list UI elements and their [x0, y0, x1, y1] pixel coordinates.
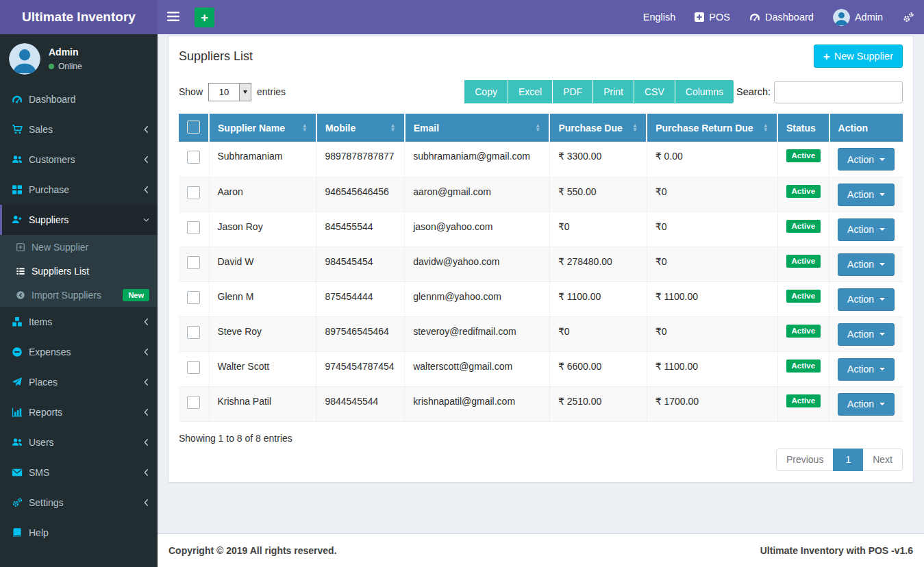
cubes-icon	[11, 316, 23, 327]
select-all-checkbox[interactable]	[187, 121, 200, 134]
export-button[interactable]: Excel	[508, 80, 553, 103]
export-button[interactable]: CSV	[634, 80, 675, 103]
new-supplier-button[interactable]: + New Supplier	[814, 45, 903, 68]
export-button[interactable]: Columns	[675, 80, 734, 103]
action-button-label: Action	[847, 189, 874, 200]
sidebar-item-customers[interactable]: Customers	[0, 144, 158, 175]
table-body: Subhramaniam 9897878787877 subhramaniam@…	[179, 142, 903, 421]
row-checkbox[interactable]	[187, 396, 200, 409]
row-checkbox[interactable]	[187, 186, 200, 199]
table-row: Subhramaniam 9897878787877 subhramaniam@…	[179, 142, 903, 177]
sidebar-item-label: Settings	[29, 497, 64, 508]
sidebar-toggle-button[interactable]	[158, 0, 189, 34]
column-header-purchase-due[interactable]: Purchase Due▲▼	[549, 114, 647, 142]
nav-pos[interactable]: POS	[685, 0, 740, 34]
status-cell: Active	[777, 281, 829, 316]
status-cell: Active	[777, 386, 829, 421]
action-dropdown-button[interactable]: Action	[838, 148, 895, 171]
copyright-text: Copyright © 2019 All rights reserved.	[168, 545, 337, 556]
quick-add-button[interactable]: +	[195, 8, 214, 27]
row-checkbox[interactable]	[187, 221, 200, 234]
row-checkbox[interactable]	[187, 361, 200, 374]
export-button[interactable]: Print	[593, 80, 634, 103]
search-input[interactable]	[774, 81, 903, 103]
sidebar-user-name: Admin	[49, 47, 82, 58]
sidebar-item-purchase[interactable]: Purchase	[0, 175, 158, 205]
chevron-left-icon	[143, 348, 149, 356]
purchase-due-cell: ₹ 550.00	[549, 177, 647, 212]
sidebar-user-status[interactable]: Online	[49, 62, 82, 71]
row-checkbox[interactable]	[187, 151, 200, 164]
sidebar-item-import-suppliers[interactable]: Import Suppliers New	[0, 283, 158, 307]
action-dropdown-button[interactable]: Action	[838, 323, 895, 346]
tachometer-icon	[11, 94, 23, 105]
sidebar-item-help[interactable]: Help	[0, 518, 158, 548]
email-cell: jason@yahoo.com	[405, 212, 550, 247]
action-cell: Action	[829, 351, 903, 386]
nav-language[interactable]: English	[634, 0, 686, 34]
purchase-return-due-cell: ₹ 0.00	[647, 142, 777, 177]
column-header-email[interactable]: Email▲▼	[405, 114, 550, 142]
row-checkbox[interactable]	[187, 256, 200, 269]
action-button-label: Action	[847, 294, 874, 305]
nav-user-menu[interactable]: Admin	[823, 0, 892, 34]
sidebar-item-items[interactable]: Items	[0, 307, 158, 337]
email-cell: krishnapatil@gmail.com	[405, 386, 550, 421]
avatar	[833, 9, 850, 26]
action-dropdown-button[interactable]: Action	[838, 253, 895, 276]
column-header-supplier-name[interactable]: Supplier Name▲▼	[209, 114, 316, 142]
sidebar-item-settings[interactable]: Settings	[0, 488, 158, 518]
app-logo[interactable]: Ultimate Inventory	[0, 0, 158, 34]
sidebar-item-label: Dashboard	[29, 94, 76, 105]
pagination-next[interactable]: Next	[862, 449, 903, 471]
action-button-label: Action	[847, 329, 874, 340]
action-dropdown-button[interactable]: Action	[838, 184, 895, 206]
page-size-select[interactable]: 10	[208, 83, 251, 101]
status-badge: Active	[786, 325, 821, 338]
sidebar-item-new-supplier[interactable]: New Supplier	[0, 235, 158, 259]
column-header-mobile[interactable]: Mobile▲▼	[316, 114, 405, 142]
sidebar-item-sales[interactable]: Sales	[0, 114, 158, 144]
purchase-return-due-cell: ₹0	[647, 316, 777, 351]
table-row: Jason Roy 845455544 jason@yahoo.com ₹0 ₹…	[179, 212, 903, 247]
column-label: Supplier Name	[218, 123, 285, 134]
sidebar-item-suppliers[interactable]: Suppliers	[0, 205, 158, 235]
sidebar-item-suppliers-list[interactable]: Suppliers List	[0, 259, 158, 283]
export-button[interactable]: Copy	[464, 80, 508, 103]
cogs-icon	[902, 12, 914, 23]
action-dropdown-button[interactable]: Action	[838, 393, 895, 416]
action-button-label: Action	[847, 154, 874, 165]
table-row: Glenn M 875454444 glennm@yahoo.com ₹ 110…	[179, 281, 903, 316]
email-cell: subhramaniam@gmail.com	[405, 142, 550, 177]
sidebar-item-places[interactable]: Places	[0, 367, 158, 397]
supplier-name-cell: Steve Roy	[209, 316, 316, 351]
caret-down-icon	[879, 368, 885, 370]
sidebar-item-expenses[interactable]: Expenses	[0, 337, 158, 367]
status-cell: Active	[777, 142, 829, 177]
action-button-label: Action	[847, 364, 874, 375]
row-checkbox[interactable]	[187, 326, 200, 339]
envelope-icon	[11, 467, 23, 478]
nav-dashboard[interactable]: Dashboard	[740, 0, 823, 34]
chevron-left-icon	[143, 318, 149, 326]
purchase-return-due-cell: ₹ 1100.00	[647, 281, 777, 316]
export-button[interactable]: PDF	[553, 80, 593, 103]
chevron-left-icon	[143, 438, 149, 446]
sidebar-item-dashboard[interactable]: Dashboard	[0, 84, 158, 114]
status-cell: Active	[777, 351, 829, 386]
action-dropdown-button[interactable]: Action	[838, 358, 895, 381]
sidebar-item-label: Places	[29, 377, 58, 388]
sidebar-item-label: Purchase	[29, 184, 69, 195]
top-navbar: Ultimate Inventory + English POS Dashboa…	[0, 0, 924, 34]
table-footer: Showing 1 to 8 of 8 entries Previous 1 N…	[179, 433, 903, 471]
sidebar-item-sms[interactable]: SMS	[0, 457, 158, 488]
sidebar-item-users[interactable]: Users	[0, 427, 158, 457]
pagination-page-1[interactable]: 1	[833, 449, 863, 471]
action-dropdown-button[interactable]: Action	[838, 288, 895, 311]
pagination-previous[interactable]: Previous	[776, 449, 834, 471]
row-checkbox[interactable]	[187, 291, 200, 304]
column-header-purchase-return-due[interactable]: Purchase Return Due▲▼	[647, 114, 777, 142]
nav-settings[interactable]	[892, 0, 924, 34]
sidebar-item-reports[interactable]: Reports	[0, 397, 158, 427]
action-dropdown-button[interactable]: Action	[838, 218, 895, 241]
